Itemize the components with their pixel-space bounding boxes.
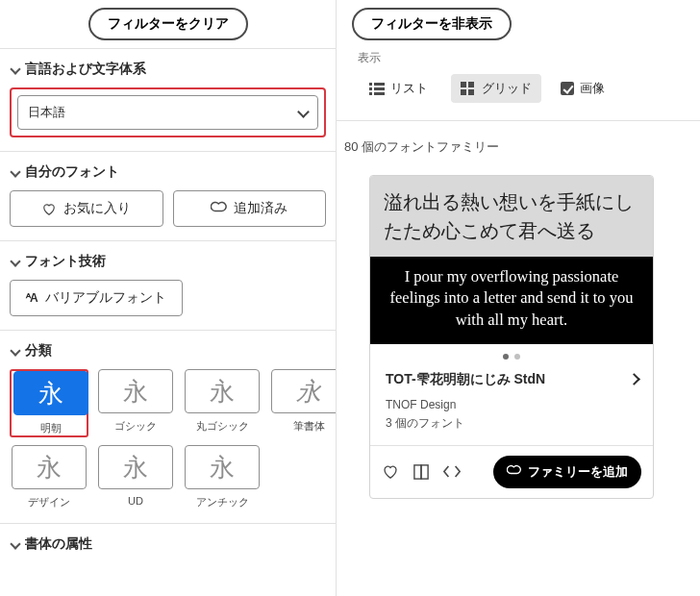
section-typeface-props: 書体の属性 <box>0 524 336 566</box>
classification-tile-design[interactable]: 永 デザイン <box>10 445 88 509</box>
language-select[interactable]: 日本語 <box>17 95 318 130</box>
svg-rect-5 <box>374 92 385 95</box>
images-checkbox-wrap[interactable]: 画像 <box>561 80 605 97</box>
section-header-font-tech[interactable]: フォント技術 <box>10 253 326 270</box>
favorites-button[interactable]: お気に入り <box>10 190 163 227</box>
creative-cloud-icon <box>507 464 522 480</box>
font-tech-buttons: ᴬA バリアブルフォント <box>10 280 326 316</box>
svg-rect-11 <box>421 465 428 479</box>
section-font-tech: フォント技術 ᴬA バリアブルフォント <box>0 241 336 331</box>
added-label: 追加済み <box>234 200 288 217</box>
svg-rect-6 <box>461 82 466 87</box>
clear-filters-button[interactable]: フィルターをクリア <box>88 8 248 40</box>
main-panel: フィルターを非表示 表示 リスト <box>337 0 700 596</box>
view-grid-label: グリッド <box>482 80 532 97</box>
chevron-down-icon <box>10 257 19 266</box>
language-selected-value: 日本語 <box>28 104 65 121</box>
carousel-dot[interactable] <box>514 354 520 360</box>
main-top-bar: フィルターを非表示 <box>337 0 700 46</box>
sample-text-jp: 溢れ出る熱い想いを手紙にしたため心こめて君へ送る <box>370 176 653 257</box>
font-count: 3 個のフォント <box>386 415 638 432</box>
favorite-button[interactable] <box>382 463 399 481</box>
chevron-down-icon <box>10 346 19 356</box>
classification-label: 筆書体 <box>293 419 325 434</box>
chevron-down-icon <box>10 167 19 177</box>
view-list-button[interactable]: リスト <box>360 74 438 103</box>
clear-filters-row: フィルターをクリア <box>0 8 336 49</box>
svg-rect-8 <box>461 89 466 95</box>
add-family-button[interactable]: ファミリーを追加 <box>493 456 641 488</box>
section-header-my-fonts[interactable]: 自分のフォント <box>10 163 326 181</box>
classification-tile-marugothic[interactable]: 永 丸ゴシック <box>183 369 262 437</box>
checkbox-checked-icon <box>561 82 574 95</box>
classification-label: アンチック <box>196 495 249 509</box>
classification-label: デザイン <box>28 495 70 509</box>
classification-label: ゴシック <box>114 419 157 434</box>
view-label: 表示 <box>352 50 685 66</box>
images-label: 画像 <box>580 80 605 97</box>
code-button[interactable] <box>443 463 461 481</box>
section-title: 自分のフォント <box>25 163 119 181</box>
section-title: 分類 <box>25 342 52 360</box>
sample-text-en: I pour my overflowing passionate feeling… <box>370 257 653 344</box>
svg-rect-10 <box>414 465 421 479</box>
svg-rect-7 <box>468 82 474 87</box>
classification-grid: 永 明朝 永 ゴシック 永 丸ゴシック 永 筆書体 <box>10 369 326 437</box>
variable-font-button[interactable]: ᴬA バリアブルフォント <box>10 280 183 316</box>
heart-icon <box>42 203 56 215</box>
compare-button[interactable] <box>412 463 430 481</box>
classification-tile-gothic[interactable]: 永 ゴシック <box>96 369 175 437</box>
svg-rect-2 <box>369 87 372 90</box>
classification-label: UD <box>128 495 143 507</box>
hide-filters-button[interactable]: フィルターを非表示 <box>352 8 512 40</box>
classification-tile-antique[interactable]: 永 アンチック <box>183 445 262 509</box>
chevron-down-icon <box>10 64 19 74</box>
section-header-typeface-props[interactable]: 書体の属性 <box>10 535 326 553</box>
svg-rect-4 <box>369 92 372 95</box>
classification-glyph: 永 <box>13 371 88 415</box>
card-body[interactable]: TOT-雫花明朝にじみ StdN TNOF Design 3 個のフォント <box>370 367 653 445</box>
filter-sidebar: フィルターをクリア 言語および文字体系 日本語 自分のフォント お気に入り <box>0 0 337 596</box>
grid-icon <box>461 82 476 95</box>
chevron-down-icon <box>10 539 19 549</box>
my-fonts-buttons: お気に入り 追加済み <box>10 190 326 227</box>
classification-label: 丸ゴシック <box>196 419 249 434</box>
svg-rect-1 <box>374 83 385 86</box>
classification-glyph: 永 <box>98 445 173 489</box>
section-header-language[interactable]: 言語および文字体系 <box>10 61 326 78</box>
added-button[interactable]: 追加済み <box>173 190 327 227</box>
language-highlight-box: 日本語 <box>10 87 326 137</box>
creative-cloud-icon <box>211 201 226 216</box>
classification-glyph: 永 <box>98 369 173 413</box>
classification-glyph: 永 <box>185 369 260 413</box>
svg-rect-3 <box>374 87 385 90</box>
chevron-down-icon <box>298 108 308 117</box>
result-count: 80 個のフォントファミリー <box>337 121 700 175</box>
view-grid-button[interactable]: グリッド <box>451 74 541 103</box>
classification-glyph: 永 <box>12 445 87 489</box>
classification-label: 明朝 <box>40 421 62 435</box>
carousel-dots <box>370 344 653 367</box>
view-list-label: リスト <box>390 80 428 97</box>
section-header-classification[interactable]: 分類 <box>10 342 326 360</box>
carousel-dot[interactable] <box>503 354 509 360</box>
add-family-label: ファミリーを追加 <box>528 463 628 481</box>
chevron-right-icon <box>630 375 639 385</box>
variable-font-icon: ᴬA <box>26 291 38 305</box>
favorites-label: お気に入り <box>63 200 131 217</box>
card-footer: ファミリーを追加 <box>370 445 653 498</box>
classification-tile-brush[interactable]: 永 筆書体 <box>269 369 337 437</box>
classification-grid-row2: 永 デザイン 永 UD 永 アンチック <box>10 445 326 509</box>
classification-tile-ud[interactable]: 永 UD <box>96 445 175 509</box>
section-classification: 分類 永 明朝 永 ゴシック 永 丸ゴシック 永 筆書体 <box>0 331 336 524</box>
classification-highlight-box: 永 明朝 <box>10 369 88 437</box>
classification-glyph: 永 <box>185 445 260 489</box>
foundry-name: TNOF Design <box>386 398 638 411</box>
variable-font-label: バリアブルフォント <box>45 289 166 307</box>
classification-tile-mincho[interactable]: 永 明朝 <box>12 371 90 435</box>
section-title: 書体の属性 <box>25 535 92 553</box>
section-title: 言語および文字体系 <box>25 61 146 78</box>
svg-rect-9 <box>468 89 474 95</box>
font-family-name: TOT-雫花明朝にじみ StdN <box>386 371 638 388</box>
section-title: フォント技術 <box>25 253 106 270</box>
